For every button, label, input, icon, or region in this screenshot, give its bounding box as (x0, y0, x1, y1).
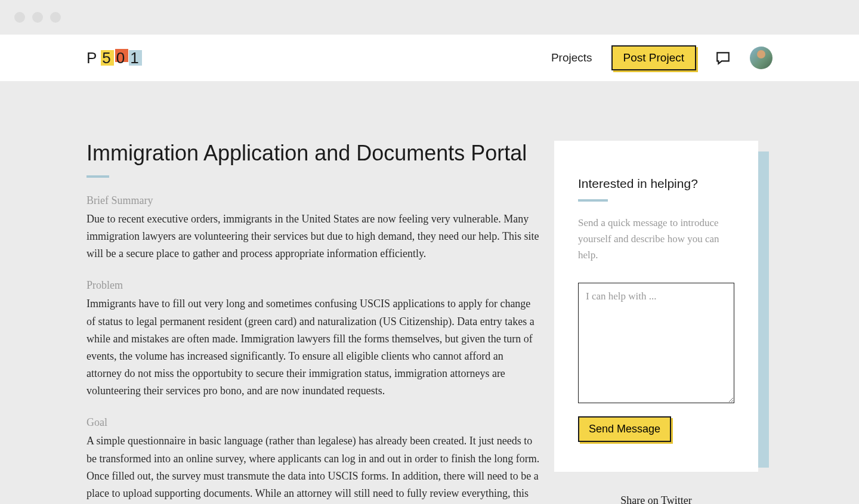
sidebar-title: Interested in helping? (578, 177, 734, 191)
post-project-button[interactable]: Post Project (611, 45, 696, 70)
message-textarea[interactable] (578, 283, 734, 403)
nav: Projects Post Project (551, 45, 773, 70)
logo-char-0: 0 (116, 49, 128, 67)
browser-chrome (0, 0, 859, 35)
avatar[interactable] (750, 47, 773, 69)
logo[interactable]: P 5 0 1 (86, 49, 143, 67)
sidebar: Interested in helping? Send a quick mess… (554, 141, 758, 504)
logo-char-p: P (86, 49, 100, 67)
page-title: Immigration Application and Documents Po… (86, 141, 540, 166)
sidebar-underline (578, 199, 608, 202)
section-label-goal: Goal (86, 416, 540, 429)
title-underline (86, 175, 109, 178)
main-container: Immigration Application and Documents Po… (0, 81, 859, 504)
browser-dot (50, 12, 61, 23)
section-text-problem: Immigrants have to fill out very long an… (86, 295, 540, 400)
browser-dot (14, 12, 25, 23)
chat-icon[interactable] (715, 50, 731, 66)
project-content: Immigration Application and Documents Po… (86, 141, 540, 504)
share-twitter-link[interactable]: Share on Twitter (554, 494, 758, 504)
header: P 5 0 1 Projects Post Project (0, 35, 859, 81)
section-text-brief-summary: Due to recent executive orders, immigran… (86, 211, 540, 262)
section-text-goal: A simple questionnaire in basic language… (86, 432, 540, 504)
section-label-problem: Problem (86, 279, 540, 292)
browser-dot (32, 12, 43, 23)
nav-projects-link[interactable]: Projects (551, 51, 592, 64)
section-label-brief-summary: Brief Summary (86, 194, 540, 207)
logo-char-5: 5 (102, 49, 114, 67)
send-message-button[interactable]: Send Message (578, 416, 671, 442)
sidebar-description: Send a quick message to introduce yourse… (578, 215, 734, 264)
sidebar-card: Interested in helping? Send a quick mess… (554, 141, 758, 472)
logo-char-1: 1 (130, 49, 142, 67)
